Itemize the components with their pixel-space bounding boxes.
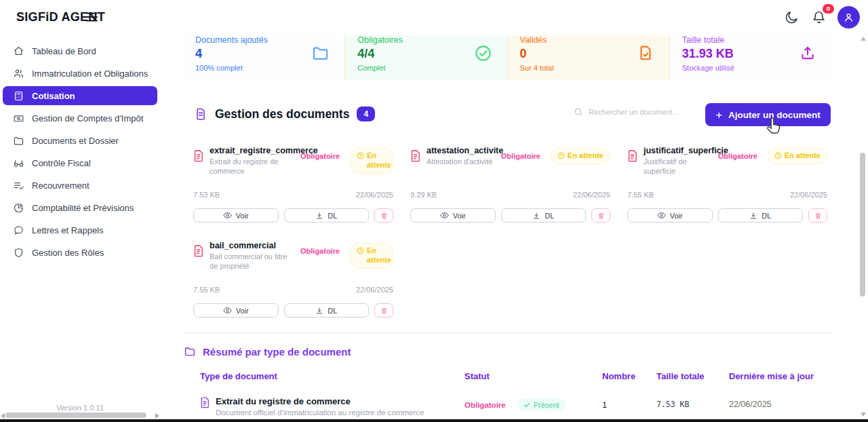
view-button[interactable]: Voir <box>627 208 713 223</box>
sidebar: Tableau de Bord Immatriculation et Oblig… <box>0 35 160 422</box>
horizontal-scrollbar-thumb[interactable] <box>5 413 146 418</box>
scroll-up-arrow[interactable] <box>861 37 866 41</box>
file-date: 22/06/2025 <box>573 191 610 199</box>
sidebar-item-label: Contrôle Fiscal <box>32 158 91 168</box>
download-button[interactable]: DL <box>718 208 804 223</box>
download-button[interactable]: DL <box>284 303 370 318</box>
sidebar-item-label: Tableau de Bord <box>32 46 96 56</box>
trash-icon <box>597 212 605 220</box>
home-icon <box>13 45 24 57</box>
required-label: Obligatoire <box>501 152 545 160</box>
eye-icon <box>657 212 666 219</box>
document-icon <box>194 107 208 121</box>
file-icon <box>200 396 210 408</box>
stat-subtext: Sur 4 total <box>520 64 657 72</box>
sidebar-item-gestion-comptes-impot[interactable]: Gestion de Comptes d'Impôt <box>3 109 157 128</box>
download-button[interactable]: DL <box>501 208 587 223</box>
notifications-button[interactable]: 0 <box>810 9 827 26</box>
status-badge-pending: En attente <box>350 148 393 174</box>
delete-button[interactable] <box>808 208 827 223</box>
sidebar-item-immatriculation[interactable]: Immatriculation et Obligations <box>3 64 157 83</box>
file-icon <box>627 149 637 162</box>
sidebar-item-controle-fiscal[interactable]: Contrôle Fiscal <box>3 153 157 172</box>
scroll-right-arrow[interactable] <box>155 413 159 419</box>
document-card-extrait-registre-commerce: extrait_registre_commerce Extrait du reg… <box>193 146 393 224</box>
summary-title-text: Résumé par type de document <box>203 346 351 358</box>
sidebar-item-lettres-rappels[interactable]: Lettres et Rappels <box>3 220 157 239</box>
document-description: Attestation d'activité <box>427 157 495 166</box>
stat-label: Taille totale <box>682 35 819 45</box>
column-type: Type de document <box>200 371 465 381</box>
page-title: Gestion des documents <box>215 107 349 121</box>
status-badge-pending: En attente <box>350 243 393 269</box>
row-size: 7.53 KB <box>656 400 729 409</box>
download-button[interactable]: DL <box>284 208 370 223</box>
eye-icon <box>223 307 232 314</box>
app-version: Version 1.0.11 <box>0 404 160 412</box>
sidebar-item-gestion-roles[interactable]: Gestion des Rôles <box>3 243 157 262</box>
sidebar-item-comptabilite-previsions[interactable]: Comptabilité et Prévisions <box>3 198 157 217</box>
status-badge-pending: En attente <box>768 148 827 164</box>
add-document-button[interactable]: + Ajouter un document <box>705 103 831 126</box>
sidebar-item-label: Gestion de Comptes d'Impôt <box>32 113 143 123</box>
download-icon <box>532 212 540 220</box>
document-description: Extrait du registre de commerce <box>210 157 294 176</box>
delete-button[interactable] <box>591 208 610 223</box>
present-label: Présent <box>534 401 559 409</box>
calculator-icon <box>13 90 24 102</box>
stat-subtext: Complet <box>357 64 494 72</box>
sidebar-item-label: Cotisation <box>32 91 75 101</box>
table-header: Type de document Statut Nombre Taille to… <box>200 371 831 381</box>
folder-icon <box>13 135 24 147</box>
documents-section-header: Gestion des documents 4 <box>194 107 375 121</box>
delete-button[interactable] <box>374 303 393 318</box>
user-avatar[interactable] <box>837 6 860 28</box>
view-button[interactable]: Voir <box>193 208 279 223</box>
document-card-bail-commercial: bail_commercial Bail commercial ou titre… <box>193 241 393 319</box>
pending-label: En attente <box>568 151 604 161</box>
delete-button[interactable] <box>374 208 393 223</box>
scroll-left-arrow[interactable] <box>1 413 5 419</box>
users-icon <box>13 68 24 79</box>
trash-icon <box>380 307 388 315</box>
sidebar-item-documents-dossier[interactable]: Documents et Dossier <box>3 131 157 150</box>
view-button[interactable]: Voir <box>193 303 279 318</box>
search-input[interactable] <box>589 108 684 116</box>
view-button[interactable]: Voir <box>410 208 496 223</box>
section-divider <box>183 332 831 333</box>
document-description: Justificatif de superficie <box>644 157 712 176</box>
row-updated: 22/06/2025 <box>729 400 831 409</box>
chat-bubble-icon <box>13 225 24 236</box>
vertical-scrollbar[interactable] <box>859 37 867 417</box>
documents-count-badge: 4 <box>357 107 375 121</box>
file-check-icon <box>637 44 654 62</box>
scroll-down-arrow[interactable] <box>861 413 866 417</box>
sidebar-item-tableau-de-bord[interactable]: Tableau de Bord <box>3 41 157 60</box>
horizontal-scrollbar[interactable] <box>0 412 161 419</box>
document-name: extrait_registre_commerce <box>210 146 294 155</box>
column-statut: Statut <box>465 371 602 381</box>
sidebar-item-cotisation[interactable]: Cotisation <box>3 86 157 105</box>
folder-icon <box>184 345 196 358</box>
download-icon <box>749 212 757 220</box>
download-label: DL <box>328 307 337 315</box>
stat-label: Obligatoires <box>357 35 494 45</box>
moon-icon <box>785 10 799 24</box>
sidebar-item-label: Lettres et Rappels <box>32 225 104 235</box>
folder-icon <box>311 44 330 62</box>
sidebar-item-recouvrement[interactable]: Recouvrement <box>3 176 157 195</box>
vertical-scrollbar-thumb[interactable] <box>860 153 865 296</box>
bottom-edge-bar <box>0 419 868 422</box>
check-icon <box>524 402 530 408</box>
document-name: bail_commercial <box>210 241 294 250</box>
stat-label: Documents ajoutés <box>195 35 332 45</box>
person-icon <box>843 12 854 23</box>
document-name: justificatif_superficie <box>644 146 712 155</box>
document-description: Bail commercial ou titre de propriété <box>210 252 294 271</box>
pending-label: En attente <box>785 151 821 161</box>
required-label: Obligatoire <box>300 247 344 255</box>
dark-mode-toggle[interactable] <box>783 9 800 26</box>
view-label: Voir <box>453 212 466 220</box>
hamburger-menu-icon[interactable] <box>86 12 98 22</box>
sidebar-item-label: Immatriculation et Obligations <box>32 69 148 79</box>
